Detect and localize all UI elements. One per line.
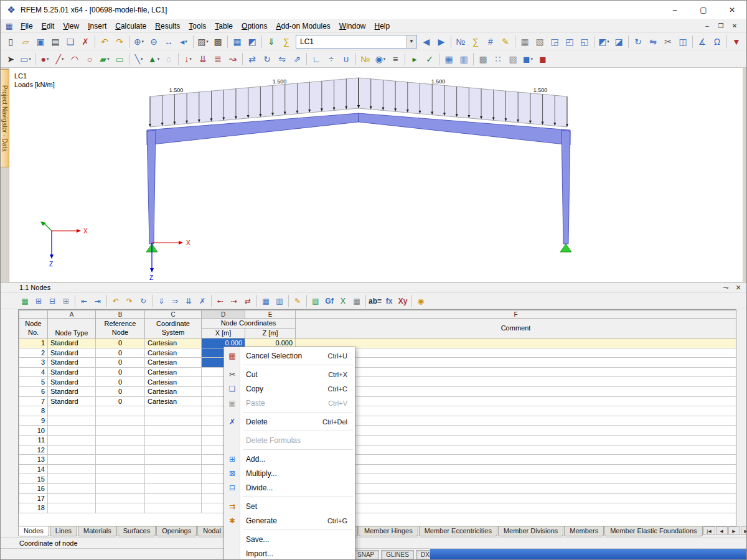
cell-type[interactable]: Standard — [48, 377, 96, 387]
user-view-icon[interactable]: ◩ — [596, 34, 611, 49]
model-canvas[interactable]: X Z X Z 1.500 — [9, 68, 743, 282]
lock-table-icon[interactable]: ◉ — [414, 294, 428, 308]
mirror-objects-icon[interactable]: ⇋ — [275, 52, 289, 67]
move-copy-icon[interactable]: ⇄ — [245, 52, 260, 67]
cell-cs[interactable] — [145, 503, 202, 513]
model-view[interactable]: X Z X Z 1.500 — [9, 68, 743, 282]
close-panel-icon[interactable]: ✕ — [734, 284, 743, 292]
opening-tool-icon[interactable]: ▭ — [112, 52, 127, 67]
cell-no[interactable]: 17 — [19, 493, 48, 503]
cell-cs[interactable]: Cartesian — [145, 396, 202, 406]
menu-item-table[interactable]: Table — [210, 20, 237, 32]
cell-cs[interactable]: Cartesian — [145, 358, 202, 368]
open-model-icon[interactable]: ▱ — [18, 34, 33, 49]
calculate-all-icon[interactable]: ▸ — [407, 52, 422, 67]
edit-cell-icon[interactable]: ✎ — [291, 294, 304, 308]
cut-pattern-icon[interactable]: ✂ — [660, 34, 675, 49]
menu-item-window[interactable]: Window — [335, 20, 370, 32]
previous-view-icon[interactable]: ◂ — [176, 34, 191, 49]
menu-item-calculate[interactable]: Calculate — [111, 20, 151, 32]
cell-comment[interactable] — [296, 493, 736, 503]
table-tab-openings[interactable]: Openings — [156, 526, 197, 536]
member-tool-icon[interactable]: ╲ — [131, 52, 146, 67]
print-icon[interactable]: ▤ — [48, 34, 63, 49]
table-tab-surfaces[interactable]: Surfaces — [118, 526, 156, 536]
load-case-combobox[interactable]: LC1 ▼ — [296, 35, 417, 49]
show-load-values-icon[interactable]: № — [453, 34, 468, 49]
comment-icon[interactable]: ✎ — [498, 34, 513, 49]
table-tab-materials[interactable]: Materials — [78, 526, 117, 536]
plane-xy-icon[interactable]: ◲ — [547, 34, 562, 49]
cell-type[interactable] — [48, 474, 96, 484]
cell-comment[interactable] — [296, 464, 736, 474]
cell-ref[interactable]: 0 — [96, 348, 145, 358]
redo-icon[interactable]: ↷ — [123, 294, 136, 308]
cell-cs[interactable]: Cartesian — [145, 348, 202, 358]
cell-no[interactable]: 1 — [19, 338, 48, 348]
cell-cs[interactable] — [145, 406, 202, 416]
table-tab-member-divisions[interactable]: Member Divisions — [498, 526, 563, 536]
line-tool-icon[interactable]: ╱ — [52, 52, 67, 67]
rotate-objects-icon[interactable]: ↻ — [260, 52, 275, 67]
column-letter[interactable]: F — [296, 310, 736, 319]
background-layers-icon[interactable]: ▨ — [505, 52, 520, 67]
snap-toggle-icon[interactable]: ▩ — [476, 52, 491, 67]
cell-comment[interactable] — [296, 396, 736, 406]
context-menu-item-add-[interactable]: ⊞Add... — [224, 452, 355, 466]
cell-cs[interactable]: Cartesian — [145, 386, 202, 396]
check-model-icon[interactable]: ✓ — [422, 52, 437, 67]
cell-no[interactable]: 9 — [19, 416, 48, 426]
cell-type[interactable] — [48, 406, 96, 416]
cell-no[interactable]: 6 — [19, 386, 48, 396]
cell-type[interactable]: Standard — [48, 338, 96, 348]
export-excel-icon[interactable]: X — [336, 294, 350, 308]
toggle-glines[interactable]: GLINES — [381, 550, 414, 559]
cell-type[interactable] — [48, 503, 96, 513]
undo-icon[interactable]: ↶ — [109, 294, 123, 308]
cell-ref[interactable]: 0 — [96, 367, 145, 377]
cell-type[interactable]: Standard — [48, 386, 96, 396]
imperfection-icon[interactable]: ↝ — [225, 52, 240, 67]
table-tab-nodes[interactable]: Nodes — [18, 526, 49, 536]
right-column-member[interactable] — [561, 130, 570, 244]
cell-ref[interactable] — [96, 426, 145, 436]
isometric-view-icon[interactable]: ◩ — [245, 34, 260, 49]
plane-yz-icon[interactable]: ◱ — [577, 34, 592, 49]
context-menu-item-import-[interactable]: Import... — [224, 546, 355, 560]
cell-cs[interactable] — [145, 426, 202, 436]
next-load-case-icon[interactable]: ▶ — [434, 34, 449, 49]
cell-ref[interactable]: 0 — [96, 377, 145, 387]
menu-item-results[interactable]: Results — [151, 20, 184, 32]
cell-type[interactable] — [48, 416, 96, 426]
grid-icon[interactable]: ▦ — [517, 34, 532, 49]
menu-item-insert[interactable]: Insert — [83, 20, 111, 32]
cell-comment[interactable] — [296, 367, 736, 377]
render-mode-icon[interactable]: ▨ — [195, 34, 210, 49]
cell-cs[interactable] — [145, 493, 202, 503]
previous-load-case-icon[interactable]: ◀ — [419, 34, 434, 49]
cell-ref[interactable]: 0 — [96, 358, 145, 368]
cell-comment[interactable] — [296, 386, 736, 396]
fill-block-icon[interactable]: ⇊ — [182, 294, 195, 308]
table-tab-members[interactable]: Members — [564, 526, 604, 536]
numbering-icon[interactable]: # — [483, 34, 498, 49]
clear-table-icon[interactable]: ✗ — [195, 294, 209, 308]
column-letter[interactable]: E — [245, 310, 296, 319]
delete-objects-icon[interactable]: ✗ — [78, 34, 93, 49]
plane-xz-icon[interactable]: ◰ — [562, 34, 577, 49]
fill-down-icon[interactable]: ⇓ — [154, 294, 168, 308]
render-solid-icon[interactable]: ◼ — [520, 52, 535, 67]
last-table-icon[interactable]: ⇥ — [91, 294, 105, 308]
cell-comment[interactable] — [296, 503, 736, 513]
cell-type[interactable]: Standard — [48, 348, 96, 358]
tabnav-btn--[interactable]: ▶ — [728, 526, 740, 535]
pin-icon[interactable]: ⊸ — [721, 284, 730, 292]
show-model-icon[interactable]: ▦ — [230, 34, 245, 49]
support-tool-icon[interactable]: ▲ — [146, 52, 161, 67]
table-filter-icon[interactable]: ▥ — [273, 294, 286, 308]
fill-right-icon[interactable]: ⇒ — [168, 294, 182, 308]
context-menu-item-set[interactable]: ⇉Set — [224, 499, 355, 513]
zoom-out-icon[interactable]: ⊖ — [146, 34, 161, 49]
select-pointer-icon[interactable]: ➤ — [3, 52, 18, 67]
insert-row-icon[interactable]: ⊞ — [32, 294, 45, 308]
